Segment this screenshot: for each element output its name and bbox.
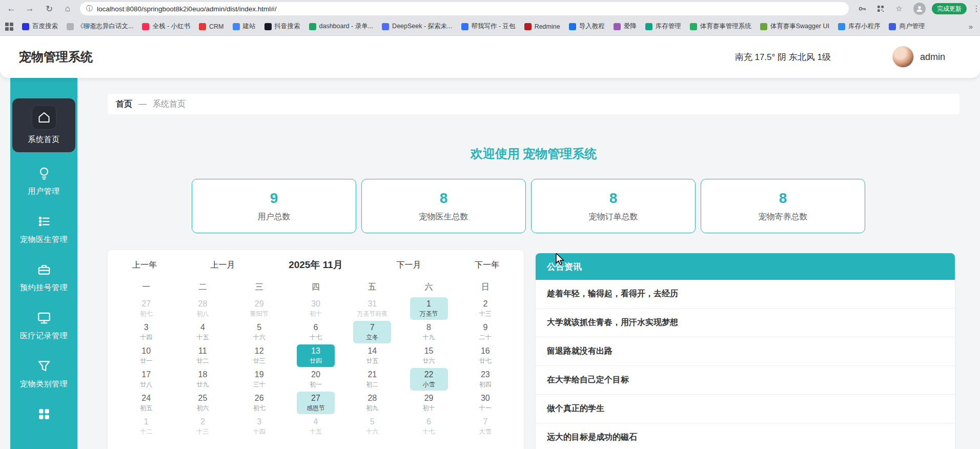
bookmark-item[interactable]: 体育赛事Swagger UI xyxy=(760,22,829,31)
address-bar[interactable]: ⓘ localhost:8080/springboot8k2i0euo/admi… xyxy=(80,2,849,15)
breadcrumb-home[interactable]: 首页 xyxy=(116,99,132,110)
calendar-day-cell[interactable]: 22 小雪 xyxy=(400,368,457,391)
calendar-day-cell[interactable]: 6 十七 xyxy=(288,320,344,344)
sidebar-item-home[interactable]: 系统首页 xyxy=(12,98,75,152)
sidebar-item-appointments[interactable]: 预约挂号管理 xyxy=(12,257,75,297)
calendar-day-cell[interactable]: 24 初五 xyxy=(118,391,174,415)
username[interactable]: admin xyxy=(920,52,945,63)
calendar-prev-year-button[interactable]: 上一年 xyxy=(132,260,157,271)
calendar-day-cell[interactable]: 29 初十 xyxy=(400,391,457,415)
refresh-button[interactable]: ↻ xyxy=(42,2,56,16)
calendar-day-cell[interactable]: 29 重阳节 xyxy=(231,297,288,320)
calendar-day-cell[interactable]: 21 初二 xyxy=(344,368,400,391)
bookmark-item[interactable]: dashboard - 录单... xyxy=(309,22,374,31)
home-button[interactable]: ⌂ xyxy=(60,2,75,16)
calendar-day-cell[interactable]: 7 立冬 xyxy=(344,320,400,344)
bookmark-item[interactable]: CRM xyxy=(199,23,223,30)
bookmark-item[interactable]: 爱降 xyxy=(614,22,637,31)
calendar-day-cell[interactable]: 9 二十 xyxy=(457,320,514,344)
notice-item[interactable]: 远大的目标是成功的磁石 xyxy=(536,423,955,449)
calendar-day-cell[interactable]: 16 廿七 xyxy=(457,344,514,368)
sidebar-item-pet-doctors[interactable]: 宠物医生管理 xyxy=(12,209,75,249)
calendar-day-cell[interactable]: 15 廿六 xyxy=(400,344,457,368)
calendar-day-cell[interactable]: 5 十六 xyxy=(231,320,288,344)
bookmark-favicon xyxy=(264,23,272,30)
calendar-day-cell[interactable]: 30 十一 xyxy=(457,391,514,415)
bookmark-item[interactable]: 商户管理 xyxy=(889,22,925,31)
calendar-day-cell[interactable]: 3 十四 xyxy=(118,320,174,344)
calendar-day-cell[interactable]: 26 初七 xyxy=(231,391,288,415)
bookmark-item[interactable]: 百度搜索 xyxy=(22,22,58,31)
calendar-prev-month-button[interactable]: 上一月 xyxy=(211,260,235,271)
calendar-day-cell[interactable]: 23 初四 xyxy=(457,368,514,391)
calendar-day-cell[interactable]: 8 十九 xyxy=(400,320,457,344)
calendar-day-cell[interactable]: 6 十七 xyxy=(400,415,457,438)
bookmark-item[interactable]: Redmine xyxy=(524,23,560,30)
qr-code-icon[interactable] xyxy=(874,3,887,15)
calendar-day: 14 廿五 xyxy=(353,344,391,367)
calendar-day: 16 廿七 xyxy=(466,344,504,367)
calendar-day-cell[interactable]: 3 十四 xyxy=(231,415,288,438)
calendar-day-cell[interactable]: 1 万圣节 xyxy=(400,297,457,320)
sidebar-item-more[interactable] xyxy=(12,401,75,432)
password-key-icon[interactable] xyxy=(856,3,868,15)
calendar-day-cell[interactable]: 10 廿一 xyxy=(118,344,174,368)
user-avatar[interactable] xyxy=(892,46,914,68)
breadcrumb-separator: — xyxy=(138,99,147,109)
calendar-day-cell[interactable]: 18 廿九 xyxy=(174,368,231,391)
calendar-day-cell[interactable]: 4 十五 xyxy=(288,415,344,438)
calendar-day-cell[interactable]: 28 初八 xyxy=(174,297,231,320)
sidebar-item-pet-categories[interactable]: 宠物类别管理 xyxy=(12,353,75,393)
bookmark-label: 库存小程序 xyxy=(848,22,881,31)
bookmark-item[interactable]: 《聊斋志异白话文... xyxy=(67,22,133,31)
notice-item[interactable]: 做个真正的学生 xyxy=(536,395,955,423)
calendar-day-cell[interactable]: 5 十六 xyxy=(344,415,400,438)
bookmark-item[interactable]: 导入教程 xyxy=(569,22,605,31)
notice-item[interactable]: 趁着年轻，输得起，看得开，去经历 xyxy=(536,280,955,309)
bookmark-item[interactable]: 帮我写作 - 豆包 xyxy=(461,22,516,31)
calendar-next-year-button[interactable]: 下一年 xyxy=(475,260,499,271)
calendar-day-cell[interactable]: 14 廿五 xyxy=(344,344,400,368)
calendar-day-cell[interactable]: 2 十三 xyxy=(174,415,231,438)
calendar-day-cell[interactable]: 28 初九 xyxy=(344,391,400,415)
notice-item[interactable]: 大学就该抓住青春，用汗水实现梦想 xyxy=(536,309,955,337)
calendar-next-month-button[interactable]: 下一月 xyxy=(396,260,421,271)
bookmark-item[interactable]: 抖音搜索 xyxy=(264,22,300,31)
calendar-day-cell[interactable]: 31 万圣节前夜 xyxy=(344,297,400,320)
calendar-day-cell[interactable]: 7 大雪 xyxy=(457,415,514,438)
bookmark-item[interactable]: 全栈 - 小红书 xyxy=(142,22,190,31)
calendar-day-cell[interactable]: 20 初一 xyxy=(288,368,344,391)
back-button[interactable]: ← xyxy=(4,2,18,16)
calendar-day-cell[interactable]: 2 十三 xyxy=(457,297,514,320)
bookmark-star-icon[interactable]: ☆ xyxy=(893,3,905,15)
sidebar-item-users[interactable]: 用户管理 xyxy=(12,160,75,200)
sidebar-item-medical-records[interactable]: 医疗记录管理 xyxy=(12,305,75,345)
bookmark-item[interactable]: 体育赛事管理系统 xyxy=(690,22,751,31)
calendar-day-cell[interactable]: 1 十二 xyxy=(118,415,174,438)
forward-button[interactable]: → xyxy=(23,2,37,16)
calendar-day-cell[interactable]: 27 感恩节 xyxy=(288,391,344,415)
site-info-icon[interactable]: ⓘ xyxy=(86,4,93,13)
calendar-day: 27 初七 xyxy=(127,297,165,320)
calendar-day-cell[interactable]: 11 廿二 xyxy=(174,344,231,368)
calendar-day-cell[interactable]: 13 廿四 xyxy=(288,344,344,368)
bookmark-item[interactable]: 库存小程序 xyxy=(838,22,881,31)
browser-menu-icon[interactable]: ⋮ xyxy=(973,2,980,15)
calendar-day-cell[interactable]: 12 廿三 xyxy=(231,344,288,368)
chrome-update-button[interactable]: 完成更新 xyxy=(932,3,967,14)
bookmark-item[interactable]: 建站 xyxy=(233,22,256,31)
calendar-day-cell[interactable]: 17 廿八 xyxy=(118,368,174,391)
notice-item[interactable]: 留退路就没有出路 xyxy=(536,337,955,366)
notice-item[interactable]: 在大学给自己定个目标 xyxy=(536,366,955,395)
apps-grid-icon[interactable] xyxy=(5,23,13,31)
calendar-day-cell[interactable]: 4 十五 xyxy=(174,320,231,344)
profile-avatar-icon[interactable] xyxy=(913,3,926,15)
calendar-day-cell[interactable]: 19 三十 xyxy=(231,368,288,391)
calendar-day-cell[interactable]: 25 初六 xyxy=(174,391,231,415)
bookmark-favicon xyxy=(614,23,621,30)
bookmark-item[interactable]: 库存管理 xyxy=(645,22,681,31)
bookmark-item[interactable]: DeepSeek - 探索未... xyxy=(382,22,452,31)
calendar-day-cell[interactable]: 30 初十 xyxy=(288,297,344,320)
calendar-day-cell[interactable]: 27 初七 xyxy=(118,297,174,320)
bookmarks-overflow-chevron[interactable]: » xyxy=(969,22,973,31)
